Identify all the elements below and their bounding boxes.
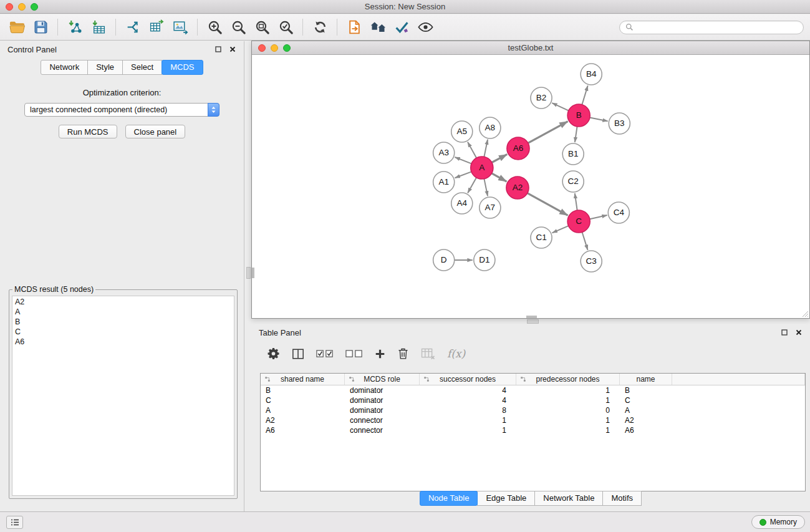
memory-button[interactable]: Memory (751, 515, 805, 529)
graph-edge[interactable] (455, 172, 471, 178)
open-session-button[interactable] (5, 17, 29, 38)
clone-network-button[interactable] (121, 17, 145, 38)
refresh-button[interactable] (308, 17, 332, 38)
graph-edge[interactable] (552, 103, 569, 110)
table-options-button[interactable] (268, 347, 280, 360)
mcds-result-title: MCDS result (5 nodes) (12, 285, 95, 294)
zoom-window-button[interactable] (31, 3, 38, 11)
task-history-button[interactable] (6, 516, 23, 529)
float-table-panel-button[interactable] (781, 329, 788, 336)
graph-edge[interactable] (575, 193, 577, 210)
table-row[interactable]: Cdominator41C (261, 395, 805, 405)
mcds-result-item[interactable]: C (12, 327, 234, 337)
tab-motifs[interactable]: Motifs (602, 491, 642, 506)
tab-network-table[interactable]: Network Table (534, 491, 603, 506)
zoom-out-button[interactable] (226, 17, 250, 38)
horizontal-splitter-handle[interactable] (527, 319, 539, 324)
unselect-all-columns-button[interactable] (345, 349, 363, 359)
apply-layout-button[interactable] (390, 17, 413, 38)
close-panel-button[interactable] (229, 46, 236, 53)
column-header-name[interactable]: name (620, 374, 672, 385)
criterion-select[interactable]: largest connected component (directed) (24, 103, 219, 117)
graph-edge[interactable] (468, 142, 476, 158)
tab-style[interactable]: Style (87, 60, 123, 75)
vertical-scroll-thumb[interactable] (252, 268, 254, 278)
zoom-fit-button[interactable] (250, 17, 274, 38)
network-zoom-button[interactable] (283, 44, 291, 52)
horizontal-scroll-thumb[interactable] (526, 316, 537, 318)
vertical-splitter-handle[interactable] (246, 267, 251, 279)
node-table[interactable]: shared name MCDS role successor nodes pr… (260, 373, 806, 491)
network-canvas[interactable]: B4B2BB3A5A8A6B1A3AC2A1A2A4A7C4CC1C3DD1 (252, 56, 809, 318)
delete-column-button[interactable] (397, 347, 409, 360)
new-network-table-button[interactable] (145, 17, 168, 38)
mcds-result-item[interactable]: A2 (12, 297, 234, 307)
search-field[interactable] (619, 21, 804, 34)
graph-edge[interactable] (582, 232, 588, 250)
export-document-button[interactable] (342, 17, 366, 38)
show-columns-button[interactable] (292, 348, 304, 360)
graph-edge[interactable] (484, 179, 488, 196)
show-graphics-button[interactable] (413, 17, 437, 38)
table-row[interactable]: Bdominator41B (261, 385, 805, 395)
graph-edge[interactable] (590, 215, 607, 219)
column-header-shared-name[interactable]: shared name (261, 374, 345, 385)
delete-table-button[interactable] (421, 348, 435, 360)
minimize-window-button[interactable] (18, 3, 26, 11)
eye-icon (418, 19, 433, 35)
table-cell: A2 (620, 415, 672, 425)
graph-edge[interactable] (484, 140, 488, 157)
graph-edge[interactable] (590, 118, 608, 122)
mcds-result-list[interactable]: A2ABCA6 (12, 296, 234, 496)
network-close-button[interactable] (258, 44, 266, 52)
graph-edge[interactable] (528, 193, 568, 216)
search-input[interactable] (637, 22, 798, 32)
tab-node-table[interactable]: Node Table (420, 491, 478, 506)
graph-edge[interactable] (575, 127, 577, 142)
select-stepper-icon (208, 103, 219, 117)
graph-edge[interactable] (492, 173, 507, 181)
column-header-successor-nodes[interactable]: successor nodes (420, 374, 516, 385)
network-minimize-button[interactable] (271, 44, 278, 52)
tab-network[interactable]: Network (41, 60, 88, 75)
import-table-button[interactable] (87, 17, 110, 38)
table-cell: 1 (420, 425, 516, 435)
graph-edge[interactable] (528, 122, 568, 143)
graph-edge[interactable] (582, 85, 587, 105)
first-neighbors-button[interactable] (366, 17, 390, 38)
column-header-mcds-role[interactable]: MCDS role (345, 374, 420, 385)
function-builder-button[interactable]: f(x) (447, 347, 465, 360)
zoom-selected-button[interactable] (274, 17, 297, 38)
mcds-result-item[interactable]: A6 (12, 337, 234, 347)
graph-edge[interactable] (468, 178, 476, 193)
mcds-result-item[interactable]: A (12, 307, 234, 317)
memory-label: Memory (770, 518, 797, 526)
import-network-icon (67, 19, 83, 35)
column-header-predecessor-nodes[interactable]: predecessor nodes (516, 374, 620, 385)
tab-select[interactable]: Select (122, 60, 162, 75)
table-delete-icon (421, 348, 435, 360)
tab-edge-table[interactable]: Edge Table (477, 491, 535, 506)
export-image-button[interactable] (168, 17, 192, 38)
save-session-button[interactable] (29, 17, 52, 38)
close-window-button[interactable] (6, 3, 13, 11)
import-network-button[interactable] (63, 17, 87, 38)
close-panel-action-button[interactable]: Close panel (125, 125, 186, 138)
float-panel-button[interactable] (215, 46, 222, 53)
table-cell: A2 (261, 415, 345, 425)
graph-edge[interactable] (552, 226, 569, 233)
table-row[interactable]: Adominator80A (261, 405, 805, 415)
run-mcds-button[interactable]: Run MCDS (59, 125, 117, 138)
table-row[interactable]: A6connector11A6 (261, 425, 805, 435)
mcds-result-item[interactable]: B (12, 317, 234, 327)
table-row[interactable]: A2connector11A2 (261, 415, 805, 425)
tab-mcds[interactable]: MCDS (162, 60, 203, 75)
network-graph[interactable]: B4B2BB3A5A8A6B1A3AC2A1A2A4A7C4CC1C3DD1 (252, 56, 809, 318)
create-column-button[interactable] (375, 349, 385, 359)
zoom-in-button[interactable] (203, 17, 226, 38)
graph-edge[interactable] (492, 154, 508, 162)
graph-edge[interactable] (455, 157, 471, 163)
select-all-columns-button[interactable] (316, 349, 334, 359)
close-table-panel-button[interactable] (795, 329, 803, 336)
resize-grip-icon[interactable] (801, 310, 809, 317)
